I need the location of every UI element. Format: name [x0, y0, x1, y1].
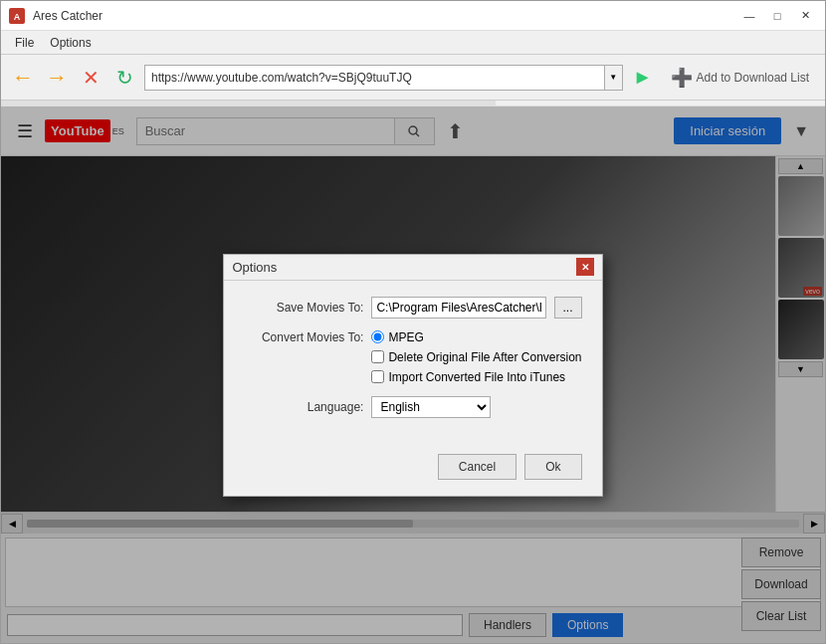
delete-original-row: Delete Original File After Conversion [371, 350, 581, 364]
save-movies-row: Save Movies To: ... [244, 297, 581, 319]
dialog-body: Save Movies To: ... Convert Movies To: M… [224, 281, 601, 446]
cancel-button[interactable]: Cancel [438, 454, 516, 480]
delete-original-label: Delete Original File After Conversion [388, 350, 581, 364]
save-path-input[interactable] [371, 297, 545, 319]
import-itunes-row: Import Converted File Into iTunes [371, 370, 565, 384]
url-bar: ▼ [144, 65, 623, 91]
browse-button[interactable]: ... [554, 297, 582, 319]
refresh-button[interactable]: ↻ [110, 64, 138, 92]
title-bar: A Ares Catcher — □ ✕ [1, 1, 825, 31]
url-input[interactable] [144, 65, 605, 91]
convert-movies-row: Convert Movies To: MPEG Delete Original … [244, 330, 581, 384]
title-bar-left: A Ares Catcher [9, 8, 103, 24]
mpeg-radio[interactable] [371, 330, 384, 343]
go-button[interactable]: ► [629, 64, 657, 92]
options-dialog: Options ✕ Save Movies To: ... Convert Mo… [223, 254, 602, 497]
minimize-button[interactable]: — [737, 7, 761, 25]
language-label: Language: [244, 400, 363, 414]
convert-label-row: Convert Movies To: MPEG [244, 330, 423, 344]
app-icon: A [9, 8, 25, 24]
forward-button[interactable]: → [43, 64, 71, 92]
menu-file[interactable]: File [7, 34, 42, 52]
mpeg-label: MPEG [388, 330, 423, 344]
window-title: Ares Catcher [33, 9, 103, 23]
modal-overlay: Options ✕ Save Movies To: ... Convert Mo… [1, 107, 825, 643]
dialog-close-button[interactable]: ✕ [576, 258, 594, 276]
toolbar: ← → ✕ ↻ ▼ ► ➕ Add to Download List [1, 55, 825, 101]
stop-button[interactable]: ✕ [77, 64, 104, 92]
menu-bar: File Options [1, 31, 825, 55]
save-movies-label: Save Movies To: [244, 301, 363, 315]
maximize-button[interactable]: □ [765, 7, 789, 25]
convert-movies-label: Convert Movies To: [244, 330, 363, 344]
add-to-download-label: Add to Download List [697, 71, 809, 85]
add-to-download-list-button[interactable]: ➕ Add to Download List [663, 63, 817, 93]
mpeg-radio-row: MPEG [371, 330, 423, 344]
import-itunes-label: Import Converted File Into iTunes [388, 370, 565, 384]
main-area: ☰ YouTube ES [1, 107, 825, 643]
dialog-title: Options [232, 260, 277, 275]
language-row: Language: English Spanish French German [244, 396, 581, 418]
back-button[interactable]: ← [9, 64, 37, 92]
svg-text:A: A [14, 12, 21, 22]
close-button[interactable]: ✕ [793, 7, 817, 25]
language-select[interactable]: English Spanish French German [371, 396, 491, 418]
menu-options[interactable]: Options [42, 34, 99, 52]
dialog-footer: Cancel Ok [224, 446, 601, 496]
main-window: A Ares Catcher — □ ✕ File Options ← → ✕ … [0, 0, 826, 644]
delete-original-checkbox[interactable] [371, 350, 384, 363]
ok-button[interactable]: Ok [524, 454, 581, 480]
url-dropdown[interactable]: ▼ [605, 65, 623, 91]
dialog-title-bar: Options ✕ [224, 255, 601, 281]
import-itunes-checkbox[interactable] [371, 370, 384, 383]
window-controls: — □ ✕ [737, 7, 817, 25]
